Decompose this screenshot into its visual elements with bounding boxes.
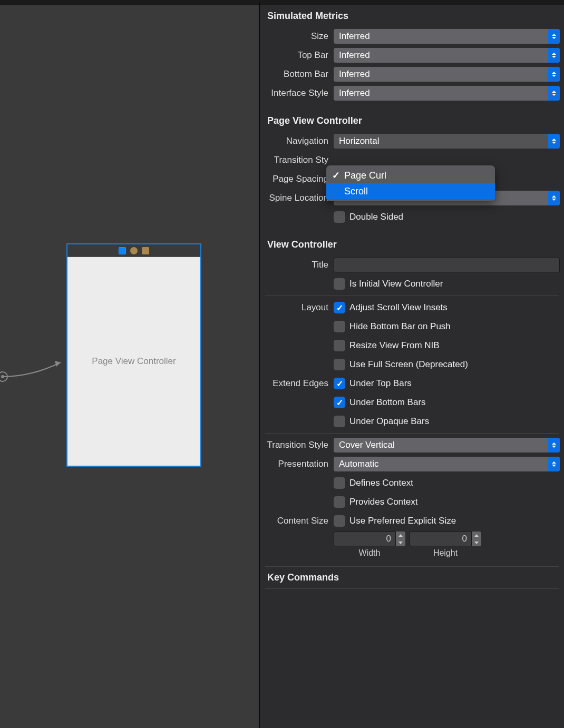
chevron-updown-icon bbox=[548, 67, 560, 82]
defines-context-checkbox[interactable] bbox=[334, 477, 345, 489]
height-input[interactable] bbox=[410, 532, 472, 546]
full-screen-label[interactable]: Use Full Screen (Deprecated) bbox=[349, 359, 468, 370]
scene-label: Page View Controller bbox=[92, 356, 176, 367]
chevron-updown-icon bbox=[548, 457, 560, 471]
interface-style-popup[interactable]: Inferred bbox=[334, 86, 560, 101]
interface-style-label: Interface Style bbox=[260, 88, 334, 99]
chevron-updown-icon bbox=[548, 48, 560, 63]
pvc-transition-style-label: Transition Sty bbox=[260, 155, 334, 165]
section-key-commands: Key Commands bbox=[260, 569, 564, 586]
chevron-updown-icon bbox=[548, 29, 560, 44]
provides-context-checkbox[interactable] bbox=[334, 496, 345, 508]
vc-title-label: Title bbox=[260, 260, 334, 270]
under-top-label[interactable]: Under Top Bars bbox=[349, 378, 412, 389]
under-opaque-label[interactable]: Under Opaque Bars bbox=[349, 416, 429, 427]
chevron-updown-icon bbox=[548, 191, 560, 205]
bottom-bar-label: Bottom Bar bbox=[260, 69, 334, 80]
spine-location-label: Spine Location bbox=[260, 193, 334, 203]
under-opaque-checkbox[interactable] bbox=[334, 416, 345, 427]
resize-nib-checkbox[interactable] bbox=[334, 340, 345, 351]
entry-point-arrow bbox=[0, 348, 69, 385]
section-simulated-metrics: Simulated Metrics bbox=[260, 5, 564, 27]
presentation-popup[interactable]: Automatic bbox=[334, 457, 560, 471]
height-stepper[interactable] bbox=[410, 532, 481, 546]
menu-item-page-curl[interactable]: ✓ Page Curl bbox=[326, 168, 495, 183]
layout-label: Layout bbox=[260, 302, 334, 313]
stepper-up-icon[interactable] bbox=[472, 532, 481, 539]
size-label: Size bbox=[260, 31, 334, 42]
divider bbox=[265, 433, 559, 434]
vc-transition-style-label: Transition Style bbox=[260, 440, 334, 450]
hide-bottom-checkbox[interactable] bbox=[334, 321, 345, 332]
checkmark-icon: ✓ bbox=[332, 170, 340, 181]
adjust-insets-label[interactable]: Adjust Scroll View Insets bbox=[349, 302, 448, 313]
adjust-insets-checkbox[interactable] bbox=[334, 302, 345, 313]
size-popup[interactable]: Inferred bbox=[334, 29, 560, 44]
scene-body: Page View Controller bbox=[67, 257, 200, 466]
extend-edges-label: Extend Edges bbox=[260, 378, 334, 389]
presentation-label: Presentation bbox=[260, 459, 334, 469]
stepper-down-icon[interactable] bbox=[472, 539, 481, 546]
svg-point-1 bbox=[0, 372, 7, 381]
transition-style-menu[interactable]: ✓ Page Curl Scroll bbox=[326, 165, 495, 201]
chevron-updown-icon bbox=[548, 438, 560, 452]
double-sided-label[interactable]: Double Sided bbox=[349, 212, 403, 222]
top-bar-label: Top Bar bbox=[260, 50, 334, 61]
page-spacing-label: Page Spacing bbox=[260, 174, 334, 184]
chevron-updown-icon bbox=[548, 86, 560, 101]
content-size-label: Content Size bbox=[260, 516, 334, 526]
width-stepper[interactable] bbox=[334, 532, 405, 546]
first-responder-icon bbox=[130, 247, 138, 254]
bottom-bar-popup[interactable]: Inferred bbox=[334, 67, 560, 82]
divider bbox=[265, 566, 559, 567]
use-preferred-checkbox[interactable] bbox=[334, 515, 345, 527]
divider bbox=[265, 588, 559, 589]
vc-title-input[interactable] bbox=[334, 258, 560, 272]
exit-icon bbox=[142, 247, 149, 254]
scene-owner-icon bbox=[119, 247, 126, 254]
stepper-down-icon[interactable] bbox=[396, 539, 405, 546]
chevron-updown-icon bbox=[548, 134, 560, 149]
width-caption: Width bbox=[359, 548, 381, 558]
stepper-up-icon[interactable] bbox=[396, 532, 405, 539]
under-bottom-checkbox[interactable] bbox=[334, 397, 345, 408]
is-initial-label[interactable]: Is Initial View Controller bbox=[349, 279, 443, 289]
navigation-popup[interactable]: Horizontal bbox=[334, 134, 560, 149]
scene-title-bar[interactable] bbox=[67, 244, 200, 257]
svg-marker-0 bbox=[55, 361, 61, 367]
top-bar-popup[interactable]: Inferred bbox=[334, 48, 560, 63]
divider bbox=[265, 296, 559, 296]
canvas-pane[interactable]: Page View Controller bbox=[0, 0, 259, 728]
width-input[interactable] bbox=[334, 532, 396, 546]
full-screen-checkbox[interactable] bbox=[334, 359, 345, 370]
navigation-label: Navigation bbox=[260, 136, 334, 146]
svg-point-2 bbox=[1, 375, 4, 378]
under-bottom-label[interactable]: Under Bottom Bars bbox=[349, 397, 426, 408]
menu-item-scroll[interactable]: Scroll bbox=[326, 183, 495, 199]
vc-transition-style-popup[interactable]: Cover Vertical bbox=[334, 438, 560, 452]
is-initial-checkbox[interactable] bbox=[334, 278, 345, 290]
resize-nib-label[interactable]: Resize View From NIB bbox=[349, 340, 440, 351]
scene-page-view-controller[interactable]: Page View Controller bbox=[66, 243, 201, 467]
defines-context-label[interactable]: Defines Context bbox=[349, 478, 413, 488]
under-top-checkbox[interactable] bbox=[334, 378, 345, 389]
section-view-controller: View Controller bbox=[260, 234, 564, 255]
height-caption: Height bbox=[433, 548, 458, 558]
inspector-pane[interactable]: Simulated Metrics Size Inferred Top Bar … bbox=[259, 0, 564, 728]
section-page-view-controller: Page View Controller bbox=[260, 110, 564, 132]
double-sided-checkbox[interactable] bbox=[334, 211, 345, 223]
use-preferred-label[interactable]: Use Preferred Explicit Size bbox=[349, 516, 456, 526]
hide-bottom-label[interactable]: Hide Bottom Bar on Push bbox=[349, 321, 451, 332]
provides-context-label[interactable]: Provides Context bbox=[349, 497, 417, 507]
